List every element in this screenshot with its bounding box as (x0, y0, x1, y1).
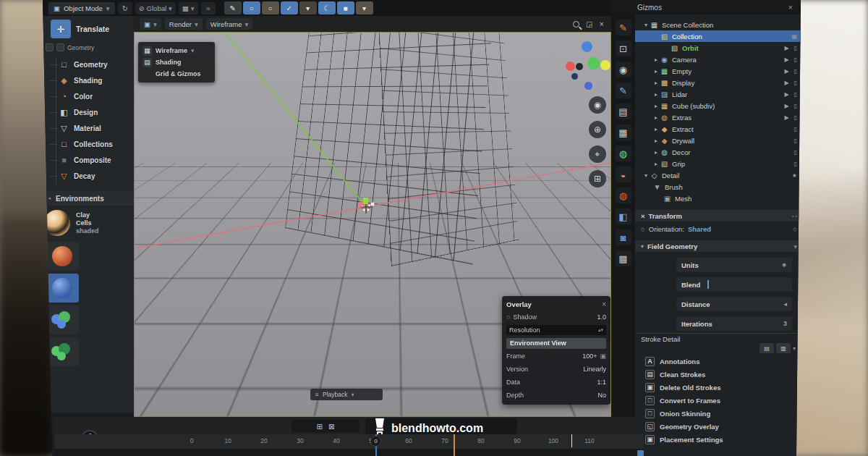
search-icon[interactable] (573, 21, 579, 28)
visibility-toggle-icon[interactable]: ▯ (794, 161, 797, 167)
sidebar-item-geometry[interactable]: □Geometry (40, 56, 134, 72)
tab-data[interactable]: ◙ (616, 229, 631, 245)
overlay-dropdown-button[interactable]: Environment View (506, 338, 606, 349)
checklist-item-geometry-overlay[interactable]: ◱Geometry Overlay (635, 420, 803, 433)
visibility-toggle-icon[interactable]: ▯ (794, 45, 797, 51)
visibility-toggle-icon[interactable]: ▯ (794, 68, 797, 75)
expand-icon[interactable]: ▸ (652, 80, 660, 86)
outliner-row-brush[interactable]: ▼Brush (635, 181, 803, 193)
field-iterations[interactable]: Iterations3 (676, 316, 792, 331)
active-tool-button[interactable]: ✛ (51, 20, 71, 38)
visibility-toggle-icon[interactable]: ▶ (784, 114, 788, 121)
timeline-blue-chip[interactable] (637, 450, 644, 456)
pan-button[interactable]: ⌖ (589, 145, 606, 163)
checklist-item-clean-strokes[interactable]: ▤Clean Strokes (635, 368, 803, 381)
environments-header[interactable]: ◔ Environments (40, 191, 134, 206)
mode-dropdown[interactable]: ▣ Object Mode ▾ (48, 2, 115, 14)
xray-toggle[interactable]: ▾ (356, 1, 373, 14)
global-orientation-button[interactable]: ⊘Global▾ (135, 2, 176, 14)
perspective-button[interactable]: ⊞ (589, 170, 606, 187)
popup-row-wireframe[interactable]: ▦Wireframe▾ (142, 45, 210, 56)
outliner-row-extract[interactable]: ▸◆Extract▯ (635, 123, 803, 135)
gizmo-x-neg[interactable] (566, 62, 575, 71)
orientation-link[interactable]: Shared (688, 225, 711, 233)
outliner-row-lidar[interactable]: ▸▨Lidar▶▯ (635, 88, 803, 100)
close-icon[interactable]: × (788, 3, 793, 12)
outliner-row-mesh[interactable]: ▣Mesh (635, 193, 803, 204)
tab-view-layer[interactable]: ✎ (616, 83, 631, 98)
checklist-item-annotations[interactable]: AAnnotations (635, 355, 803, 368)
footer-mode-button[interactable]: ▤ (760, 343, 774, 353)
expand-icon[interactable]: ▸ (652, 56, 660, 63)
checklist-item-placement-settings[interactable]: ▣Placement Settings (635, 433, 803, 446)
render-dropdown[interactable]: Render ▾ (165, 18, 203, 30)
lasso-toggle[interactable]: ○ (262, 1, 279, 14)
sidebar-item-composite[interactable]: ■Composite (40, 152, 134, 168)
visibility-toggle-icon[interactable]: ▯ (794, 149, 797, 156)
sidebar-item-collections[interactable]: □Collections (40, 136, 134, 152)
expand-icon[interactable]: ▸ (652, 161, 660, 167)
visibility-toggle-icon[interactable]: ▯ (794, 138, 797, 144)
overlay-row-right-icon[interactable]: ▣ (600, 352, 606, 360)
close-icon[interactable]: × (602, 300, 606, 308)
transform-header[interactable]: ×Transform▪ ▪ (635, 210, 803, 221)
tab-physics[interactable]: ◍ (616, 187, 631, 203)
outliner-row-scene-collection[interactable]: ▾▦Scene Collection (635, 19, 803, 30)
stepper-icon[interactable]: ▴▾ (598, 328, 603, 332)
outliner-row-display[interactable]: ▸▩Display▶▯ (635, 77, 803, 88)
timeline-ruler[interactable]: 0102030405060708090100110 (54, 434, 644, 449)
outliner-row-empty[interactable]: ▸▦Empty▶▯ (635, 65, 803, 77)
visibility-toggle-icon[interactable]: ▶ (784, 91, 788, 98)
outliner-row-extras[interactable]: ▸◍Extras▶▯ (635, 111, 803, 123)
outliner-row-cube-subdiv-[interactable]: ▸▦Cube (subdiv)▶▯ (635, 100, 803, 111)
tab-world[interactable]: ▦ (616, 124, 631, 140)
gizmo-z-axis[interactable] (582, 41, 592, 52)
matcap-item[interactable]: Clay Cells shaded (44, 210, 99, 236)
zoom-button[interactable]: ⊕ (589, 121, 606, 138)
visibility-toggle-icon[interactable]: ▦ (791, 33, 797, 40)
mini-tile-icon[interactable] (56, 43, 64, 51)
dropdown-toggle[interactable]: ▾ (299, 1, 317, 14)
field-blend[interactable]: Blend (676, 277, 792, 292)
proportional-button[interactable]: ≈ (201, 2, 216, 14)
gizmo-center[interactable] (576, 63, 583, 70)
visibility-toggle-icon[interactable]: ▯ (794, 56, 797, 63)
sidebar-item-decay[interactable]: ▽Decay (40, 168, 134, 184)
expand-icon[interactable]: ▸ (652, 91, 660, 98)
checklist-item-convert-to-frames[interactable]: □Convert to Frames (635, 394, 803, 407)
overlay-toggle[interactable]: ■ (337, 1, 354, 14)
field-units[interactable]: Units∗ (676, 258, 792, 272)
camera-view-button[interactable]: ◉ (589, 96, 606, 114)
outliner-row-camera[interactable]: ▸◉Camera▶▯ (635, 54, 803, 65)
tab-render[interactable]: ⊡ (616, 41, 631, 56)
footer-mode-button[interactable]: ▥ (776, 343, 791, 353)
expand-icon[interactable]: ▸ (652, 68, 660, 75)
mini-tile-icon[interactable] (46, 43, 54, 51)
visibility-toggle-icon[interactable]: ▶ (784, 80, 788, 86)
sidebar-item-material[interactable]: ▽Material (40, 120, 134, 136)
visibility-toggle-icon[interactable]: ▶ (784, 45, 788, 51)
gizmo-y-axis[interactable] (587, 57, 600, 69)
expand-icon[interactable]: ▸ (652, 149, 660, 156)
pin-icon[interactable]: ★ (792, 172, 797, 179)
tab-constraints[interactable]: ◧ (616, 208, 631, 224)
matcap-blue-sphere[interactable] (46, 274, 79, 303)
navigation-gizmo[interactable] (566, 41, 609, 92)
expand-icon[interactable]: ▸ (652, 126, 660, 132)
timeline-view-pill[interactable]: ⊞ ⊠ (292, 420, 359, 433)
chevron-down-icon[interactable]: ▾ (793, 345, 796, 352)
playback-pill[interactable]: ≡ Playback ▾ (310, 389, 383, 400)
end-frame-marker[interactable] (454, 434, 455, 456)
visibility-toggle-icon[interactable]: ▶ (784, 56, 788, 63)
close-icon[interactable]: × (600, 20, 604, 28)
tab-output[interactable]: ◉ (616, 62, 631, 77)
tab-tool[interactable]: ✎ (616, 20, 631, 35)
refresh-icon[interactable]: ○ (793, 225, 797, 233)
outliner-row-grip[interactable]: ▸▧Grip▯ (635, 158, 803, 169)
outliner-row-drywall[interactable]: ▸◆Drywall▯ (635, 135, 803, 146)
tab-material[interactable]: ▩ (616, 250, 631, 266)
expand-icon[interactable]: ▾ (642, 172, 650, 179)
expand-icon[interactable]: ▸ (652, 114, 660, 121)
shading-toggle[interactable]: ☾ (318, 1, 336, 14)
outliner-row-orbit[interactable]: ▧Orbit▶▯ (635, 42, 803, 54)
